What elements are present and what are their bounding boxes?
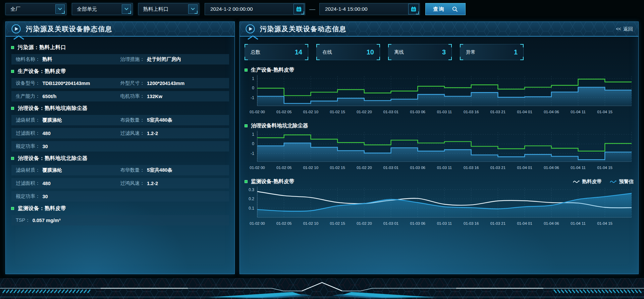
corner-bracket — [245, 44, 248, 47]
unit-select-value: 全部单元 — [77, 6, 97, 12]
info-label: 滤袋材质： — [16, 167, 40, 173]
corner-bracket — [316, 44, 320, 47]
green-square-icon — [11, 107, 14, 110]
svg-text:01-02 10: 01-02 10 — [303, 221, 318, 225]
corner-bracket — [245, 57, 248, 60]
corner-bracket — [305, 57, 308, 60]
info-label: TSP： — [16, 217, 30, 223]
info-value: 熟料 — [43, 56, 52, 62]
info-row: 生产能力：650t/h电机功率：132Kw — [11, 91, 229, 101]
info-row: 过滤面积：480过鸿风速：1.2-2 — [11, 178, 229, 188]
info-label: 过滤风速： — [120, 130, 145, 136]
wave-icon — [573, 180, 580, 184]
svg-text:0.3: 0.3 — [249, 187, 254, 192]
svg-text:01-04 11: 01-04 11 — [571, 166, 586, 170]
svg-text:01-02 00: 01-02 00 — [250, 110, 265, 114]
svg-text:01-02 10: 01-02 10 — [303, 110, 318, 114]
stat-box-在线: 在线10 — [316, 44, 380, 60]
corner-bracket — [388, 57, 391, 60]
charts-area: 生产设备-熟料皮带10-101-02 0001-02 0501-02 1001-… — [240, 61, 638, 229]
stat-box-异常: 异常1 — [460, 44, 524, 60]
svg-text:01-04 01: 01-04 01 — [517, 110, 532, 114]
svg-text:01-04 15: 01-04 15 — [597, 221, 612, 225]
chart-block: 监测设备-熟料皮带熟料皮带预警信0.30.20.101-02 0001-02 0… — [245, 178, 634, 229]
green-square-icon — [245, 180, 248, 183]
stat-value: 10 — [367, 48, 374, 56]
chart-title: 生产设备-熟料皮带 — [251, 67, 294, 74]
svg-text:01-02 15: 01-02 15 — [330, 110, 345, 114]
svg-text:01-03 21: 01-03 21 — [490, 110, 505, 114]
corner-bracket — [448, 57, 452, 60]
info-value: 1.2-2 — [147, 131, 158, 136]
svg-text:01-04 01: 01-04 01 — [517, 166, 532, 170]
date-from-input[interactable]: 2024-1-2 00:00:00 — [205, 3, 305, 15]
info-row: 物料名称：熟料治理措施：处于封闭厂房内 — [11, 54, 229, 65]
dynamic-info-panel-title: 污染源及关联设备动态信息 — [260, 25, 346, 34]
info-value: 1200*204143mm — [147, 81, 184, 86]
play-icon — [11, 24, 21, 34]
info-cell: 物料名称：熟料 — [16, 56, 120, 62]
corner-bracket — [520, 57, 524, 60]
info-row: TSP：0.057 mg/m³ — [11, 215, 229, 225]
corner-bracket — [520, 44, 524, 47]
info-value: 30 — [43, 194, 48, 199]
section-header: 生产设备：熟料皮带 — [11, 68, 229, 75]
svg-text:1: 1 — [252, 132, 254, 137]
play-icon — [245, 24, 255, 34]
info-cell: 设备型号：TDB1200*204143mm — [16, 80, 120, 86]
info-label: 外型尺寸： — [120, 80, 145, 86]
date-to-input[interactable]: 2024-1-4 15:00:00 — [319, 3, 420, 15]
stat-box-离线: 离线3 — [388, 44, 452, 60]
static-info-panel-header: 污染源及关联设备静态信息 — [6, 22, 234, 37]
svg-text:0.1: 0.1 — [249, 206, 254, 211]
chart-header: 监测设备-熟料皮带熟料皮带预警信 — [245, 178, 634, 185]
legend-label: 熟料皮带 — [582, 178, 602, 185]
svg-text:01-03 11: 01-03 11 — [437, 166, 452, 170]
info-cell: 生产能力：650t/h — [16, 93, 120, 99]
info-value: 480 — [43, 181, 51, 186]
source-select[interactable]: 熟料上料口 — [138, 3, 199, 15]
plant-select[interactable]: 全厂 — [5, 3, 66, 15]
date-from-value: 2024-1-2 00:00:00 — [210, 6, 253, 12]
corner-bracket — [377, 44, 380, 47]
stat-value: 3 — [442, 48, 446, 56]
legend-item-预警信[interactable]: 预警信 — [610, 178, 634, 185]
svg-text:01-03 01: 01-03 01 — [383, 166, 398, 170]
main-content: 污染源及关联设备静态信息 污染源：熟料上料口物料名称：熟料治理措施：处于封闭厂房… — [5, 22, 639, 274]
info-row: 设备型号：TDB1200*204143mm外型尺寸：1200*204143mm — [11, 78, 229, 88]
chevron-down-icon[interactable] — [55, 4, 65, 14]
section-header-label: 污染源：熟料上料口 — [18, 44, 66, 51]
chevron-down-icon[interactable] — [188, 4, 198, 14]
info-label: 治理措施： — [120, 56, 145, 62]
svg-text:01-03 01: 01-03 01 — [383, 110, 398, 114]
green-square-icon — [11, 207, 14, 210]
info-row: 额定功率：30 — [11, 141, 229, 152]
section-header-label: 治理设备：熟料地坑北除尘器 — [18, 155, 88, 162]
legend-item-熟料皮带[interactable]: 熟料皮带 — [573, 178, 602, 185]
search-button-label: 查询 — [433, 6, 445, 12]
search-button[interactable]: 查询 — [425, 3, 466, 15]
chevron-down-icon[interactable] — [122, 4, 131, 14]
date-range-group: 2024-1-2 00:00:00 — 2024-1-4 15:00:00 — [205, 3, 420, 15]
info-cell: 过滤面积：480 — [16, 130, 120, 136]
info-value: TDB1200*204143mm — [43, 81, 90, 86]
svg-text:01-04 06: 01-04 06 — [544, 221, 559, 225]
back-button[interactable]: << 返回 — [616, 26, 633, 32]
unit-select[interactable]: 全部单元 — [72, 3, 133, 15]
svg-text:01-02 05: 01-02 05 — [276, 110, 291, 114]
calendar-icon-button[interactable] — [293, 4, 304, 14]
svg-text:01-04 01: 01-04 01 — [517, 221, 532, 225]
stat-label: 离线 — [394, 49, 404, 55]
svg-text:01-02 20: 01-02 20 — [357, 166, 372, 170]
info-label: 设备型号： — [16, 80, 40, 86]
info-value: 650t/h — [43, 94, 57, 99]
svg-text:01-02 20: 01-02 20 — [357, 221, 372, 225]
svg-text:01-03 11: 01-03 11 — [437, 221, 452, 225]
info-value: 覆膜涤纶 — [43, 117, 62, 123]
section-header-label: 生产设备：熟料皮带 — [18, 68, 66, 75]
svg-text:01-04 15: 01-04 15 — [597, 166, 612, 170]
plant-select-value: 全厂 — [10, 6, 20, 12]
calendar-icon-button[interactable] — [408, 4, 419, 14]
green-square-icon — [245, 124, 248, 127]
calendar-icon — [410, 6, 417, 12]
